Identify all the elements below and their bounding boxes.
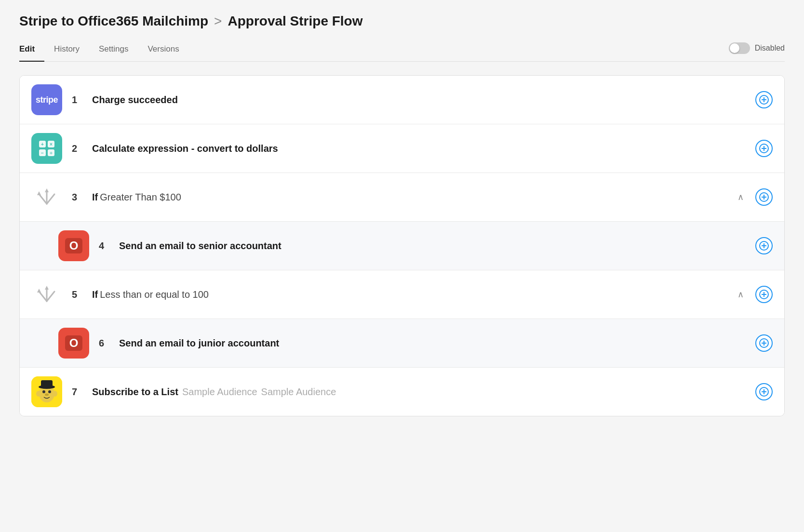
tab-history[interactable]: History bbox=[44, 39, 89, 62]
svg-text:−: − bbox=[41, 150, 44, 156]
tabs-bar: Edit History Settings Versions Disabled bbox=[19, 39, 785, 62]
svg-point-46 bbox=[36, 391, 41, 397]
add-step-6-button[interactable] bbox=[755, 334, 773, 352]
breadcrumb-separator: > bbox=[214, 13, 222, 29]
svg-text:O: O bbox=[69, 336, 79, 349]
breadcrumb-current: Approval Stripe Flow bbox=[228, 13, 362, 29]
plus-icon bbox=[759, 192, 769, 202]
step-label-1[interactable]: Charge succeeded bbox=[92, 94, 755, 106]
svg-line-14 bbox=[39, 194, 47, 204]
tab-versions[interactable]: Versions bbox=[138, 39, 188, 62]
step-label-2[interactable]: Calculate expression - convert to dollar… bbox=[92, 143, 755, 154]
breadcrumb: Stripe to Office365 Mailchimp > Approval… bbox=[19, 13, 785, 29]
workflow-step-3: 3 IfGreater Than $100 ∧ bbox=[20, 173, 784, 222]
breadcrumb-parent[interactable]: Stripe to Office365 Mailchimp bbox=[19, 13, 208, 29]
if-keyword-3: If bbox=[92, 192, 98, 202]
condition-text-3: Greater Than $100 bbox=[100, 192, 181, 202]
step-number-4: 4 bbox=[99, 240, 112, 252]
branch-icon-5 bbox=[31, 279, 62, 310]
plus-icon bbox=[759, 95, 769, 105]
step-1-actions bbox=[755, 91, 773, 108]
toggle-knob bbox=[730, 43, 739, 53]
plus-icon bbox=[759, 290, 769, 299]
chevron-step-3-button[interactable]: ∧ bbox=[734, 190, 748, 204]
step-label-4[interactable]: Send an email to senior accountant bbox=[119, 240, 755, 252]
svg-point-43 bbox=[42, 390, 45, 393]
svg-point-47 bbox=[53, 391, 57, 397]
step-number-3: 3 bbox=[72, 192, 85, 203]
workflow-step-5: 5 IfLess than or equal to 100 ∧ bbox=[20, 270, 784, 319]
svg-text:+: + bbox=[41, 142, 44, 147]
tab-settings[interactable]: Settings bbox=[89, 39, 138, 62]
step-6-actions bbox=[755, 334, 773, 352]
office-icon-6: O bbox=[58, 328, 89, 359]
step-label-7[interactable]: Subscribe to a ListSample AudienceSample… bbox=[92, 386, 755, 398]
plus-icon bbox=[759, 338, 769, 348]
toggle-area: Disabled bbox=[729, 42, 785, 58]
step-main-label-7: Subscribe to a List bbox=[92, 386, 178, 397]
mailchimp-icon bbox=[31, 376, 62, 407]
svg-point-45 bbox=[45, 394, 49, 396]
svg-marker-18 bbox=[37, 191, 41, 195]
workflow-step-1: stripe 1 Charge succeeded bbox=[20, 76, 784, 124]
step-number-6: 6 bbox=[99, 338, 112, 349]
svg-rect-49 bbox=[41, 380, 53, 387]
condition-text-5: Less than or equal to 100 bbox=[100, 289, 209, 300]
step-label-3[interactable]: IfGreater Than $100 bbox=[92, 192, 734, 203]
step-number-1: 1 bbox=[72, 94, 85, 106]
toggle-label: Disabled bbox=[755, 44, 785, 53]
add-step-3-button[interactable] bbox=[755, 188, 773, 206]
svg-text:÷: ÷ bbox=[50, 150, 53, 156]
svg-line-28 bbox=[47, 292, 54, 301]
add-step-1-button[interactable] bbox=[755, 91, 773, 108]
step-number-2: 2 bbox=[72, 143, 85, 154]
chevron-step-5-button[interactable]: ∧ bbox=[734, 287, 748, 302]
branch-icon-3 bbox=[31, 182, 62, 213]
plus-icon bbox=[759, 387, 769, 397]
step-number-5: 5 bbox=[72, 289, 85, 300]
step-label-6[interactable]: Send an email to junior accountant bbox=[119, 338, 755, 349]
step-5-actions: ∧ bbox=[734, 286, 773, 303]
svg-marker-17 bbox=[45, 188, 49, 192]
svg-line-15 bbox=[47, 194, 54, 204]
add-step-2-button[interactable] bbox=[755, 140, 773, 157]
workflow-step-2: + × − ÷ 2 Calculate expression - convert… bbox=[20, 124, 784, 173]
add-step-4-button[interactable] bbox=[755, 237, 773, 254]
step-sub-label-7: Sample Audience bbox=[182, 386, 257, 397]
add-step-7-button[interactable] bbox=[755, 383, 773, 400]
calc-icon: + × − ÷ bbox=[31, 133, 62, 164]
svg-point-44 bbox=[48, 390, 51, 393]
step-4-actions bbox=[755, 237, 773, 254]
step-3-actions: ∧ bbox=[734, 188, 773, 206]
plus-icon bbox=[759, 241, 769, 251]
tab-edit[interactable]: Edit bbox=[19, 39, 44, 62]
svg-text:O: O bbox=[69, 239, 79, 252]
step-sub-label-7-text: Sample Audience bbox=[261, 386, 336, 397]
workflow-step-4: O 4 Send an email to senior accountant bbox=[20, 222, 784, 270]
step-number-7: 7 bbox=[72, 386, 85, 398]
svg-text:×: × bbox=[50, 142, 53, 147]
page-container: Stripe to Office365 Mailchimp > Approval… bbox=[0, 0, 804, 436]
disabled-toggle[interactable] bbox=[729, 42, 750, 54]
step-2-actions bbox=[755, 140, 773, 157]
office-icon-4: O bbox=[58, 230, 89, 261]
step-7-actions bbox=[755, 383, 773, 400]
stripe-icon: stripe bbox=[31, 84, 62, 115]
add-step-5-button[interactable] bbox=[755, 286, 773, 303]
svg-marker-30 bbox=[45, 286, 49, 290]
if-keyword-5: If bbox=[92, 289, 98, 300]
workflow-step-7: 7 Subscribe to a ListSample AudienceSamp… bbox=[20, 368, 784, 416]
svg-marker-31 bbox=[37, 289, 41, 293]
workflow-step-6: O 6 Send an email to junior accountant bbox=[20, 319, 784, 368]
plus-icon bbox=[759, 144, 769, 153]
workflow-container: stripe 1 Charge succeeded bbox=[19, 75, 785, 416]
step-label-5[interactable]: IfLess than or equal to 100 bbox=[92, 289, 734, 300]
svg-line-27 bbox=[39, 292, 47, 301]
